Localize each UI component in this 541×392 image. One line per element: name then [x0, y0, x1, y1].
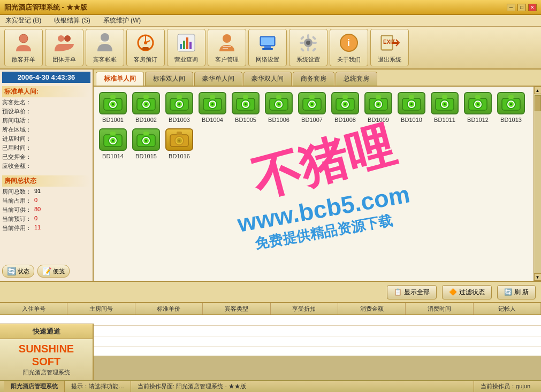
- room-type-section: 标准单人间:: [2, 86, 90, 97]
- svg-point-24: [306, 41, 310, 45]
- tool-about[interactable]: i 关于我们: [330, 29, 368, 66]
- tool-group-label: 团体开单: [52, 56, 76, 64]
- tab-bar: 标准单人间 标准双人间 豪华单人间 豪华双人间 商务套房 总统套房: [94, 70, 541, 87]
- tool-scatter-checkin[interactable]: 散客开单: [4, 29, 43, 66]
- svg-rect-10: [142, 47, 149, 50]
- tool-system-settings[interactable]: 系统设置: [289, 29, 327, 66]
- room-item-bd1013[interactable]: BD1013: [497, 92, 525, 123]
- area-label: 所在区域：: [2, 126, 34, 134]
- room-icon-bd1007: [298, 92, 326, 114]
- room-item-bd1006[interactable]: BD1006: [265, 92, 293, 123]
- filter-icon: 🔶: [449, 288, 457, 296]
- th-consume-time: 消费时间: [406, 303, 473, 314]
- tool-group-checkin[interactable]: 团体开单: [45, 29, 83, 66]
- room-label-bd1004: BD1004: [202, 117, 223, 123]
- about-icon: i: [338, 32, 360, 53]
- svg-rect-63: [243, 95, 248, 99]
- customer-mgmt-icon: [216, 32, 238, 53]
- room-item-bd1008[interactable]: BD1008: [331, 92, 359, 123]
- svg-rect-18: [223, 48, 228, 49]
- used-time-label: 已用时间：: [2, 144, 34, 152]
- tool-network-settings-label: 网络设置: [256, 56, 279, 64]
- room-item-bd1003[interactable]: BD1003: [165, 92, 193, 123]
- room-item-bd1014[interactable]: BD1014: [99, 128, 127, 159]
- menu-system[interactable]: 系统维护 (W): [101, 15, 143, 26]
- room-icon-bd1003: [165, 92, 193, 114]
- svg-rect-25: [307, 34, 309, 39]
- close-button[interactable]: ✕: [528, 4, 537, 11]
- group-checkin-icon: [54, 32, 75, 53]
- room-label-bd1016: BD1016: [169, 153, 190, 159]
- title-bar: 阳光酒店管理系统 - ★★版 ─ □ ✕: [0, 0, 541, 15]
- room-item-bd1001[interactable]: BD1001: [99, 92, 127, 123]
- room-label-bd1003: BD1003: [169, 117, 190, 123]
- scroll-thumb[interactable]: [535, 95, 541, 111]
- table-header: 入住单号 主房间号 标准单价 宾客类型 享受折扣 消费金额 消费时间 记帐人: [0, 303, 541, 315]
- tab-deluxe-double[interactable]: 豪华双人间: [243, 72, 292, 86]
- menu-checkin[interactable]: 来宾登记 (B): [3, 15, 43, 26]
- tool-exit[interactable]: EXIT 退出系统: [370, 29, 409, 66]
- room-item-bd1010[interactable]: BD1010: [398, 92, 425, 123]
- room-item-bd1002[interactable]: BD1002: [132, 92, 160, 123]
- tool-guest-account[interactable]: 宾客帐帐: [86, 29, 124, 66]
- business-query-icon: [176, 32, 197, 53]
- minimize-button[interactable]: ─: [507, 4, 515, 11]
- main-area: 2006-4-30 4:43:36 标准单人间: 宾客姓名： 预设单价： 房间电…: [0, 70, 541, 281]
- status-button[interactable]: 🔄 状态: [2, 265, 34, 278]
- maximize-button[interactable]: □: [517, 4, 526, 11]
- used-time-row: 已用时间：: [2, 144, 90, 152]
- room-item-bd1011[interactable]: BD1011: [431, 92, 459, 123]
- note-button[interactable]: 📝 便笺: [37, 265, 70, 278]
- network-settings-icon: [257, 32, 278, 53]
- show-all-button[interactable]: 📋 显示全部: [387, 285, 437, 299]
- tool-business-query[interactable]: 营业查询: [167, 29, 205, 66]
- svg-rect-58: [210, 95, 215, 99]
- room-label-bd1005: BD1005: [235, 117, 256, 123]
- note-label: 便笺: [53, 267, 65, 275]
- tool-network-settings[interactable]: 网络设置: [248, 29, 287, 66]
- tool-scatter-label: 散客开单: [12, 56, 35, 64]
- tab-presidential-suite[interactable]: 总统套房: [336, 72, 377, 86]
- room-phone-row: 房间电话：: [2, 117, 90, 125]
- svg-rect-15: [189, 42, 192, 49]
- svg-rect-83: [376, 95, 381, 99]
- room-icon-bd1002: [132, 92, 160, 114]
- checkin-time-label: 进店时间：: [2, 135, 34, 143]
- tab-standard-single[interactable]: 标准单人间: [96, 72, 144, 86]
- svg-point-82: [377, 103, 379, 105]
- room-item-bd1005[interactable]: BD1005: [232, 92, 260, 123]
- tool-customer-mgmt[interactable]: 客户管理: [208, 29, 246, 66]
- refresh-button[interactable]: 🔄 刷 新: [497, 285, 536, 299]
- room-label-bd1011: BD1011: [434, 117, 455, 123]
- th-accountant: 记帐人: [474, 303, 541, 314]
- room-item-bd1007[interactable]: BD1007: [298, 92, 326, 123]
- room-item-bd1009[interactable]: BD1009: [364, 92, 392, 123]
- svg-rect-98: [475, 95, 481, 99]
- svg-rect-108: [110, 132, 116, 135]
- room-grid-scrollbar[interactable]: ▲ ▼: [534, 87, 541, 281]
- status-label: 状态: [18, 267, 29, 275]
- window-controls: ─ □ ✕: [507, 4, 537, 11]
- th-unit-price: 标准单价: [135, 303, 203, 314]
- app-title: 阳光酒店管理系统 - ★★版: [4, 3, 87, 12]
- tab-deluxe-single[interactable]: 豪华单人间: [194, 72, 242, 86]
- svg-rect-78: [342, 95, 348, 99]
- menu-cashier[interactable]: 收银结算 (S): [52, 15, 92, 26]
- room-item-bd1015[interactable]: BD1015: [132, 128, 160, 159]
- scroll-down-arrow[interactable]: ▼: [534, 273, 542, 281]
- svg-rect-38: [392, 42, 398, 44]
- tool-room-booking[interactable]: 客房预订: [126, 29, 165, 66]
- amount-due-label: 应收金额：: [2, 162, 34, 170]
- tool-guest-account-label: 宾客帐帐: [93, 56, 117, 64]
- tab-standard-double[interactable]: 标准双人间: [145, 72, 193, 86]
- tab-business-suite[interactable]: 商务套房: [293, 72, 334, 86]
- scroll-up-arrow[interactable]: ▲: [534, 87, 542, 94]
- svg-rect-103: [508, 95, 514, 99]
- room-item-bd1016[interactable]: BD1016: [165, 128, 193, 159]
- svg-rect-29: [300, 35, 304, 40]
- svg-point-77: [344, 103, 346, 105]
- svg-point-92: [444, 103, 446, 105]
- filter-status-button[interactable]: 🔶 过滤状态: [442, 285, 492, 299]
- room-item-bd1012[interactable]: BD1012: [464, 92, 492, 123]
- room-item-bd1004[interactable]: BD1004: [199, 92, 226, 123]
